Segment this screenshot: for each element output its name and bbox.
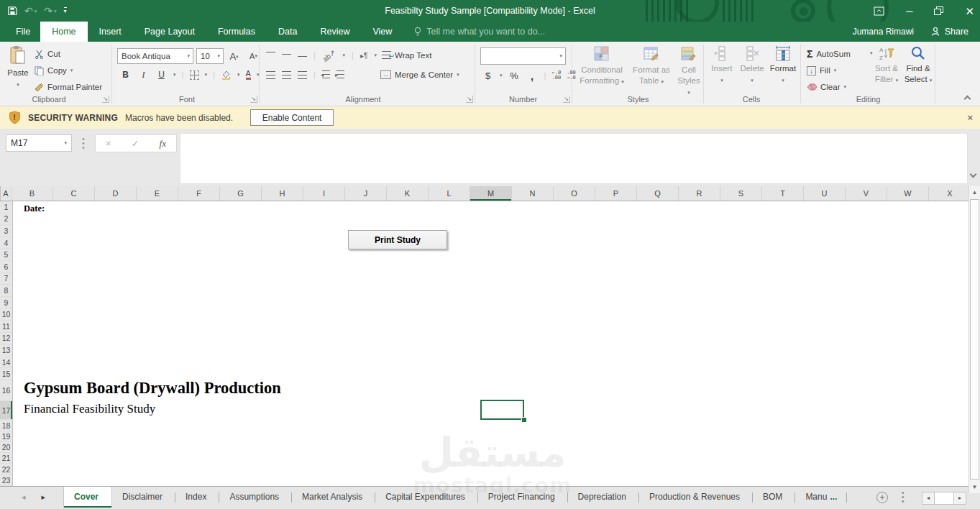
shrink-font-button[interactable]: A▾ [247, 50, 260, 63]
collapse-ribbon-icon[interactable] [964, 96, 971, 103]
column-header[interactable]: C [53, 186, 95, 201]
increase-decimal-icon[interactable]: ←.0.00 [552, 70, 562, 81]
insert-cells-button[interactable]: Insert ▾ [708, 45, 736, 84]
selected-cell-m17[interactable] [480, 400, 524, 420]
new-sheet-icon[interactable]: + [876, 492, 888, 503]
column-header[interactable]: V [846, 186, 887, 201]
delete-cells-button[interactable]: Delete ▾ [738, 45, 766, 84]
fill-color-icon[interactable] [221, 70, 232, 80]
percent-style-icon[interactable]: % [508, 69, 521, 82]
orientation-icon[interactable]: ab↗ [321, 48, 337, 63]
format-cells-button[interactable]: Format ▾ [769, 45, 797, 84]
sheet-tab[interactable]: Manu... [795, 487, 847, 508]
text-direction-dropdown-icon[interactable]: ▾ [374, 52, 377, 58]
ribbon-tab[interactable]: View [361, 22, 403, 42]
column-header[interactable]: H [262, 186, 303, 201]
column-header[interactable]: U [804, 186, 846, 201]
restore-icon[interactable] [934, 6, 943, 15]
column-header[interactable]: M [470, 186, 512, 201]
column-header[interactable]: L [429, 186, 470, 201]
column-header[interactable]: D [95, 186, 137, 201]
account-name[interactable]: Jumana Rimawi [853, 22, 914, 42]
column-header[interactable]: I [303, 186, 345, 201]
customize-qat-icon[interactable]: ▾ [64, 7, 67, 14]
column-header[interactable]: R [679, 186, 720, 201]
column-header[interactable]: E [137, 186, 178, 201]
ribbon-tab[interactable]: Data [267, 22, 308, 42]
dropdown-icon[interactable]: ▾ [184, 53, 193, 59]
row-header[interactable]: 20 [0, 442, 12, 453]
row-header[interactable]: 13 [0, 344, 12, 357]
column-header[interactable]: G [220, 186, 262, 201]
select-all-corner[interactable] [0, 186, 1, 201]
scroll-down-icon[interactable]: ▼ [969, 481, 980, 493]
cut-button[interactable]: Cut [35, 47, 60, 61]
column-header[interactable]: B [12, 186, 53, 201]
vertical-scroll-thumb[interactable] [970, 199, 979, 480]
column-header[interactable]: S [720, 186, 762, 201]
name-box-dropdown-icon[interactable]: ▾ [64, 140, 71, 146]
row-header[interactable]: 7 [0, 273, 12, 285]
row-header[interactable]: 16 [0, 380, 12, 402]
save-icon[interactable] [7, 6, 17, 16]
ribbon-tab[interactable]: Home [40, 22, 87, 42]
column-header[interactable]: T [762, 186, 804, 201]
conditional-formatting-button[interactable]: ≠ ConditionalFormatting ▾ [576, 45, 628, 86]
enable-content-button[interactable]: Enable Content [250, 109, 334, 126]
clear-button[interactable]: Clear ▾ [807, 80, 846, 94]
column-header[interactable]: F [178, 186, 220, 201]
row-header[interactable]: 14 [0, 357, 12, 369]
format-painter-button[interactable]: Format Painter [35, 80, 102, 94]
row-header[interactable]: 18 [0, 420, 12, 431]
underline-button[interactable]: U [155, 68, 168, 81]
ribbon-tab[interactable]: Review [308, 22, 361, 42]
comma-style-icon[interactable]: , [526, 69, 539, 82]
column-header[interactable]: N [512, 186, 554, 201]
horizontal-scroll-thumb[interactable] [934, 492, 954, 504]
row-header[interactable]: 2 [0, 214, 12, 226]
cancel-entry-icon[interactable]: × [106, 138, 111, 149]
sheet-tab[interactable]: Cover [63, 487, 112, 508]
formula-bar-expand-icon[interactable] [970, 171, 977, 178]
next-sheet-icon[interactable]: ▸ [42, 492, 46, 502]
underline-dropdown-icon[interactable]: ▾ [173, 72, 176, 78]
autosum-button[interactable]: Σ AutoSum [807, 47, 851, 61]
grow-font-button[interactable]: A▴ [228, 50, 240, 63]
ribbon-display-options-icon[interactable] [874, 6, 884, 16]
fill-handle[interactable] [522, 418, 526, 422]
alignment-dialog-launcher[interactable]: ↘ [466, 96, 473, 103]
sheet-tab[interactable]: Assumptions [219, 487, 292, 508]
column-header[interactable]: Q [637, 186, 679, 201]
increase-indent-icon[interactable]: ▸ [336, 70, 344, 80]
prev-sheet-icon[interactable]: ◂ [22, 492, 26, 502]
align-middle-icon[interactable] [282, 52, 291, 60]
borders-icon[interactable] [190, 70, 199, 80]
font-dialog-launcher[interactable]: ↘ [250, 96, 257, 103]
redo-icon[interactable]: ↷▾ [44, 6, 56, 16]
row-header[interactable]: 9 [0, 297, 12, 309]
bold-button[interactable]: B [119, 68, 132, 81]
sheet-tab[interactable]: Project Financing [478, 487, 568, 508]
sheet-tab[interactable]: Capital Expenditures [375, 487, 478, 508]
sheet-tab-menu-icon[interactable]: ••• [902, 491, 905, 504]
dropdown-icon[interactable]: ▾ [214, 53, 223, 59]
column-header[interactable]: X [929, 186, 971, 201]
row-header[interactable]: 1 [0, 201, 12, 214]
column-header[interactable]: J [345, 186, 387, 201]
row-header[interactable]: 22 [0, 464, 12, 474]
ribbon-tab[interactable]: Page Layout [133, 22, 206, 42]
sheet-grid[interactable] [13, 201, 968, 486]
column-header[interactable]: W [887, 186, 929, 201]
row-header[interactable]: 4 [0, 237, 12, 249]
copy-button[interactable]: Copy ▾ [35, 63, 73, 78]
font-color-icon[interactable]: A [246, 70, 251, 80]
vertical-scrollbar[interactable]: ▲ ▼ [968, 186, 980, 493]
font-size-combo[interactable]: 10▾ [196, 48, 224, 64]
cell-styles-button[interactable]: CellStyles ▾ [675, 45, 702, 97]
undo-icon[interactable]: ↶▾ [24, 6, 37, 16]
sheet-tab[interactable]: BOM [753, 487, 795, 508]
text-direction-icon[interactable]: ▸¶ [360, 52, 367, 60]
row-header[interactable]: 21 [0, 453, 12, 464]
warning-close-icon[interactable]: × [967, 112, 973, 123]
number-format-combo[interactable]: ▾ [480, 47, 566, 65]
